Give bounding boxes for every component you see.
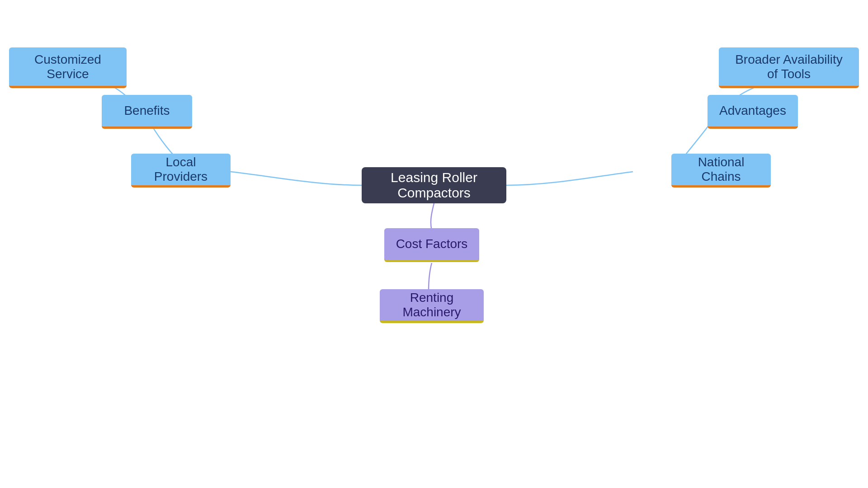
renting-label: Renting Machinery [391,291,473,319]
broader-availability-node: Broader Availability of Tools [719,47,859,88]
customized-label: Customized Service [20,52,116,81]
benefits-label: Benefits [124,103,170,118]
broader-label: Broader Availability of Tools [730,52,848,81]
local-providers-label: Local Providers [142,155,220,184]
customized-service-node: Customized Service [9,47,127,88]
center-label: Leasing Roller Compactors [373,170,495,201]
cost-label: Cost Factors [396,237,468,251]
national-label: National Chains [682,155,760,184]
cost-factors-node: Cost Factors [384,228,479,262]
renting-machinery-node: Renting Machinery [380,289,484,323]
national-chains-node: National Chains [671,154,771,188]
local-providers-node: Local Providers [131,154,231,188]
advantages-label: Advantages [719,103,786,118]
mind-map-container: Leasing Roller Compactors Customized Ser… [0,0,868,488]
benefits-node: Benefits [102,95,192,129]
center-node: Leasing Roller Compactors [362,167,506,203]
advantages-node: Advantages [708,95,798,129]
